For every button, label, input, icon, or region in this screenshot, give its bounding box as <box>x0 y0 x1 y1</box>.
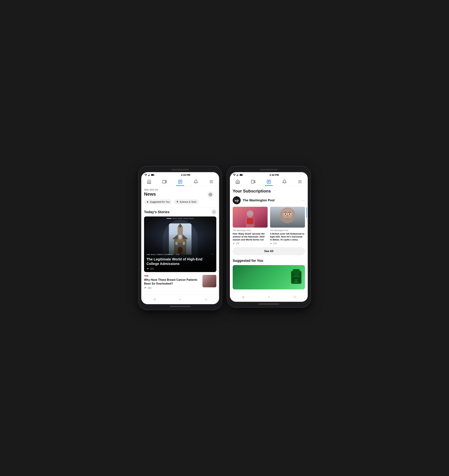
see-all-button[interactable]: See All <box>233 247 305 255</box>
svg-marker-9 <box>166 181 166 183</box>
nav-news-2[interactable] <box>265 179 273 185</box>
nav-menu-2[interactable] <box>296 179 304 185</box>
uber-eats-inner: Uber Eats <box>289 267 303 287</box>
hero-source: THE WALL STREET JOURNAL <box>147 254 173 255</box>
story-thumb-time <box>202 275 216 287</box>
nav-menu-1[interactable] <box>207 179 215 185</box>
article-img-svg-2 <box>270 207 305 227</box>
signal-icon-2 <box>237 174 239 176</box>
nav-bell-2[interactable] <box>280 179 289 185</box>
article-source-row-1: The Washington Post ··· <box>233 229 267 232</box>
phone-1-top-bar <box>141 169 219 170</box>
date-label-1: THU, OCT 24 <box>144 189 216 191</box>
recent-button-2[interactable]: □ <box>292 295 297 299</box>
recent-button-1[interactable]: □ <box>204 297 209 302</box>
page-wrapper: 2:33 PM <box>138 166 311 310</box>
svg-rect-1 <box>148 176 148 176</box>
article-source-row-2: The Washington Post ··· <box>270 229 305 232</box>
hero-card-1[interactable]: THE WALL STREET JOURNAL · 1 hr ··· The L… <box>144 216 216 272</box>
article-source-1: The Washington Post <box>233 229 251 231</box>
nav-news-1[interactable] <box>176 179 184 185</box>
dot-5 <box>189 218 194 219</box>
article-more-2[interactable]: ··· <box>302 229 305 232</box>
nav-home-1[interactable] <box>145 179 153 185</box>
nav-home-2[interactable] <box>234 179 242 185</box>
article-card-2[interactable]: The Washington Post ··· A British actor … <box>270 207 305 245</box>
screen-1-content: THU, OCT 24 News ★ Suggested for You <box>141 186 219 295</box>
time-1: 2:33 PM <box>181 174 190 176</box>
back-button-1[interactable]: ◁ <box>152 297 157 302</box>
flask-icon: ⚗ <box>176 200 178 203</box>
hero-source-row-left: THE WALL STREET JOURNAL · 1 hr <box>147 253 179 256</box>
story-headline-time: Why Have These Breast Cancer Patients Be… <box>144 278 200 285</box>
uber-eats-overlay: Uber Eats <box>233 265 305 289</box>
svg-rect-7 <box>151 174 153 176</box>
suggested-title: Suggested for You <box>233 259 305 263</box>
story-more-time[interactable]: ··· <box>198 275 200 278</box>
story-source-time: TIME <box>144 275 148 277</box>
article-image-1 <box>233 207 267 227</box>
status-icons-2 <box>233 174 243 176</box>
page-title-1: News <box>144 192 216 197</box>
article-card-1[interactable]: The Washington Post ··· How 'Baby Shark'… <box>233 207 267 245</box>
status-icons-left-1 <box>144 174 154 176</box>
article-shares-1: 270 <box>233 242 267 245</box>
svg-rect-2 <box>148 175 149 176</box>
phone-2-home-indicator <box>258 304 279 305</box>
info-button-1[interactable]: i <box>211 210 216 214</box>
suggested-section: Suggested for You <box>233 259 305 289</box>
wifi-icon-1 <box>144 174 147 176</box>
today-stories-header: Today's Stories i <box>144 210 216 214</box>
story-shares-time: 353 <box>144 287 200 289</box>
home-button-2[interactable]: ○ <box>266 295 271 299</box>
chip-science[interactable]: ⚗ Science & Tech <box>174 199 199 204</box>
home-button-1[interactable]: ○ <box>178 297 183 302</box>
article-shares-2: 270 <box>270 242 305 245</box>
article-img-svg-1 <box>233 207 267 227</box>
hero-more-button[interactable]: ··· <box>211 252 214 256</box>
hero-source-row: THE WALL STREET JOURNAL · 1 hr ··· <box>147 252 214 256</box>
story-share-count: 353 <box>148 287 152 289</box>
status-bar-1: 2:33 PM <box>141 172 219 177</box>
story-item-time: TIME ··· Why Have These Breast Cancer Pa… <box>144 275 216 292</box>
nav-bell-1[interactable] <box>192 179 200 185</box>
time-2: 2:34 PM <box>270 174 279 176</box>
nav-video-1[interactable] <box>160 179 169 185</box>
article-more-1[interactable]: ··· <box>265 229 267 232</box>
svg-text:Uber: Uber <box>295 279 298 281</box>
publisher-row: wp The Washington Post ··· <box>233 196 305 204</box>
articles-grid: The Washington Post ··· How 'Baby Shark'… <box>233 207 305 245</box>
android-nav-2: ◁ ○ □ <box>230 292 308 302</box>
article-source-2: The Washington Post <box>270 229 288 231</box>
back-button-2[interactable]: ◁ <box>240 295 245 299</box>
svg-marker-40 <box>254 181 255 183</box>
phone-2-speaker <box>260 169 278 170</box>
dot-4 <box>183 218 188 219</box>
nav-video-2[interactable] <box>249 179 257 185</box>
phone-2-bottom-bar <box>230 304 308 305</box>
phone-1-bottom-bar <box>141 306 219 307</box>
svg-rect-35 <box>238 174 239 176</box>
svg-rect-63 <box>293 269 300 272</box>
battery-icon-1 <box>151 174 154 176</box>
star-icon: ★ <box>147 200 149 203</box>
publisher-more-button[interactable]: ··· <box>301 198 305 202</box>
phone-2-screen: 2:34 PM <box>230 172 308 302</box>
svg-rect-32 <box>237 176 237 176</box>
dot-1 <box>167 218 171 219</box>
phone-1-screen: 2:33 PM <box>141 172 219 304</box>
svg-rect-34 <box>238 174 238 176</box>
svg-marker-0 <box>145 175 147 176</box>
gear-icon-1 <box>209 193 212 196</box>
story-content-time: TIME ··· Why Have These Breast Cancer Pa… <box>144 275 200 289</box>
article-headline-2: A British actor left Hollywood to fight … <box>270 232 305 241</box>
info-icon: i <box>214 211 214 213</box>
signal-icon-1 <box>148 174 150 176</box>
chip-suggested[interactable]: ★ Suggested for You <box>144 199 172 204</box>
article-share-count-2: 270 <box>273 242 277 245</box>
category-chips-1: ★ Suggested for You ⚗ Science & Tech <box>144 199 216 204</box>
svg-point-61 <box>289 214 290 214</box>
svg-rect-37 <box>243 175 243 175</box>
article-share-icon-2 <box>270 243 273 245</box>
suggested-image[interactable]: Uber Eats <box>233 265 305 289</box>
